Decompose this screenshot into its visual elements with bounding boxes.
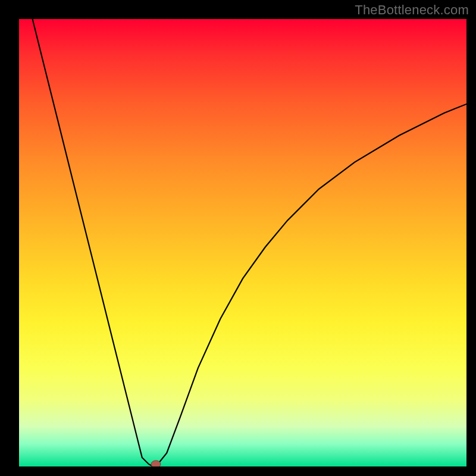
plot-area (19, 19, 466, 466)
optimum-marker (151, 461, 161, 466)
chart-frame: TheBottleneck.com (0, 0, 476, 476)
curve-layer (19, 19, 466, 466)
watermark-text: TheBottleneck.com (355, 2, 469, 18)
bottleneck-curve (33, 19, 466, 466)
